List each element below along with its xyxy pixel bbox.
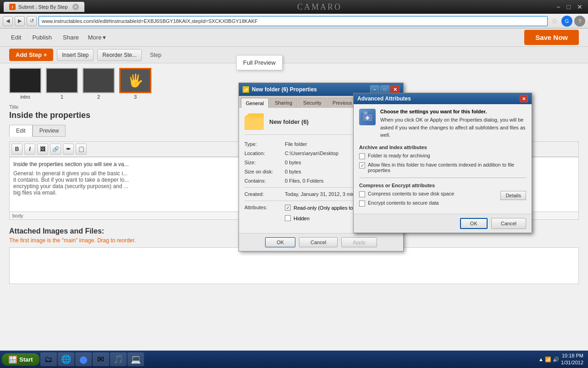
compress-checkbox[interactable]: [359, 191, 365, 197]
edit-link[interactable]: Edit: [9, 31, 23, 44]
thumb-intro[interactable]: intro: [9, 68, 41, 100]
thumb-label-intro: intro: [9, 94, 41, 100]
save-now-button[interactable]: Save Now: [524, 30, 579, 45]
start-button[interactable]: 🪟 Start: [2, 353, 39, 366]
taskbar-app-folder[interactable]: 🗂: [40, 352, 57, 366]
location-label: Location:: [244, 151, 281, 156]
advanced-close-btn[interactable]: ✕: [520, 95, 528, 102]
svg-rect-3: [364, 112, 367, 114]
close-btn[interactable]: ✕: [575, 3, 584, 11]
bookmark-btn[interactable]: ☆: [549, 16, 560, 26]
advanced-attributes-dialog: Advanced Attributes ✕ Choose: [353, 93, 532, 233]
properties-ok-btn[interactable]: OK: [265, 237, 295, 247]
reorder-button[interactable]: Reorder Ste...: [97, 49, 142, 61]
details-btn[interactable]: Details: [500, 191, 526, 200]
thumb-label-2: 2: [83, 94, 115, 100]
advanced-buttons: OK Cancel: [354, 214, 532, 233]
tab-close-btn[interactable]: ✕: [72, 4, 79, 10]
properties-cancel-btn[interactable]: Cancel: [299, 237, 338, 247]
svg-rect-1: [244, 117, 264, 130]
thumb-label-3: 3: [119, 94, 151, 100]
maximize-btn[interactable]: □: [565, 3, 572, 11]
taskbar-app-monitor[interactable]: 💻: [128, 352, 144, 366]
thumb-3[interactable]: 🖐 3: [119, 68, 151, 100]
compress-encrypt-checkboxes: Compress contents to save disk space Enc…: [359, 191, 454, 209]
index-label: Allow files in this folder to have conte…: [368, 162, 526, 173]
hidden-label: Hidden: [294, 216, 310, 221]
thumb-img-intro[interactable]: [9, 68, 41, 93]
browser-navbar: ◀ ▶ ↺ www.instructables.com/id/edit#inst…: [0, 14, 588, 28]
embed-btn[interactable]: 📋: [76, 144, 87, 155]
encrypt-checkbox[interactable]: [359, 201, 365, 206]
window-controls: − □ ✕: [555, 3, 584, 11]
publish-link[interactable]: Publish: [30, 31, 54, 44]
properties-title-icon: 📁: [243, 86, 249, 93]
index-checkbox[interactable]: [359, 162, 365, 168]
taskbar-app-chrome[interactable]: ⬤: [75, 352, 92, 366]
compress-label: Compress contents to save disk space: [368, 191, 454, 196]
tab-title: Submit : Step By Step: [18, 4, 68, 10]
refresh-btn[interactable]: ↺: [27, 16, 37, 26]
ext-icon-1[interactable]: G: [561, 16, 572, 27]
top-toolbar: Edit Publish Share More ▾ Full Preview S…: [0, 28, 588, 47]
taskbar-app-mail[interactable]: ✉: [93, 352, 109, 366]
tab-edit[interactable]: Edit: [9, 125, 33, 137]
insert-step-button[interactable]: Insert Step: [57, 49, 94, 61]
image-btn[interactable]: 🖼: [37, 144, 48, 155]
advanced-icon: [359, 109, 376, 125]
forward-btn[interactable]: ▶: [15, 16, 25, 26]
archive-label: Folder is ready for archiving: [368, 153, 430, 158]
tab-sharing[interactable]: Sharing: [270, 98, 297, 108]
archive-checkbox[interactable]: [359, 153, 365, 159]
properties-apply-btn[interactable]: Apply: [341, 237, 377, 247]
tab-preview[interactable]: Preview: [33, 125, 66, 137]
taskbar-tray: ▲ 📶 🔊 10:18 PM 1/31/2012: [538, 352, 586, 367]
italic-btn[interactable]: I: [24, 144, 35, 155]
more-dropdown[interactable]: More ▾: [88, 34, 106, 41]
advanced-sub-text: When you click OK or Apply on the Proper…: [380, 116, 526, 139]
readonly-checkbox[interactable]: ✓: [285, 205, 291, 211]
type-label: Type:: [244, 141, 281, 147]
thumb-img-1[interactable]: [46, 68, 78, 93]
thumb-img-2[interactable]: [83, 68, 115, 93]
ext-icon-2[interactable]: ?: [574, 16, 585, 27]
taskbar-app-ie[interactable]: 🌐: [58, 352, 74, 366]
bold-btn[interactable]: B: [11, 144, 22, 155]
properties-title: New folder (6) Properties: [252, 86, 317, 93]
taskbar: 🪟 Start 🗂 🌐 ⬤ ✉ 🎵 💻 ▲ 📶 🔊 10:18 PM 1/31/…: [0, 351, 588, 368]
minimize-btn[interactable]: −: [555, 3, 562, 11]
link-btn[interactable]: 🔗: [50, 144, 61, 155]
advanced-content: Choose the settings you want for this fo…: [354, 104, 532, 214]
thumb-1[interactable]: 1: [46, 68, 78, 100]
properties-buttons: OK Cancel Apply: [239, 233, 403, 251]
browser-tab[interactable]: I Submit : Step By Step ✕: [4, 2, 84, 12]
thumb-img-3[interactable]: 🖐: [119, 68, 151, 93]
folder-icon: [244, 113, 264, 130]
video-btn[interactable]: ✒: [63, 144, 74, 155]
tab-security[interactable]: Security: [298, 98, 327, 108]
folder-name: New folder (6): [269, 118, 309, 125]
main-content: Edit Publish Share More ▾ Full Preview S…: [0, 28, 588, 368]
archive-checkbox-row: Folder is ready for archiving: [359, 153, 526, 159]
advanced-ok-btn[interactable]: OK: [460, 218, 488, 229]
share-link[interactable]: Share: [61, 31, 81, 44]
advanced-title: Advanced Attributes: [357, 95, 411, 102]
full-preview-popup[interactable]: Full Preview: [236, 55, 283, 70]
size-label: Size:: [244, 160, 281, 165]
address-bar[interactable]: www.instructables.com/id/edit#instructab…: [39, 16, 548, 26]
thumb-2[interactable]: 2: [83, 68, 115, 100]
add-step-button[interactable]: Add Step +: [9, 49, 53, 61]
image-drop-area[interactable]: [9, 247, 579, 284]
advanced-header-text: Choose the settings you want for this fo…: [380, 109, 526, 114]
tab-general[interactable]: General: [241, 98, 269, 108]
step-label: Step: [150, 52, 161, 58]
address-text: www.instructables.com/id/edit#instructab…: [42, 18, 258, 24]
back-btn[interactable]: ◀: [3, 16, 13, 26]
advanced-cancel-btn[interactable]: Cancel: [491, 218, 526, 229]
advanced-header: Choose the settings you want for this fo…: [359, 109, 526, 139]
brand-logo: CAMARO: [297, 2, 342, 12]
taskbar-app-music[interactable]: 🎵: [110, 352, 127, 366]
advanced-desc: Choose the settings you want for this fo…: [380, 109, 526, 139]
hidden-checkbox[interactable]: [285, 215, 291, 221]
archive-section-title: Archive and Index attributes: [359, 145, 526, 150]
